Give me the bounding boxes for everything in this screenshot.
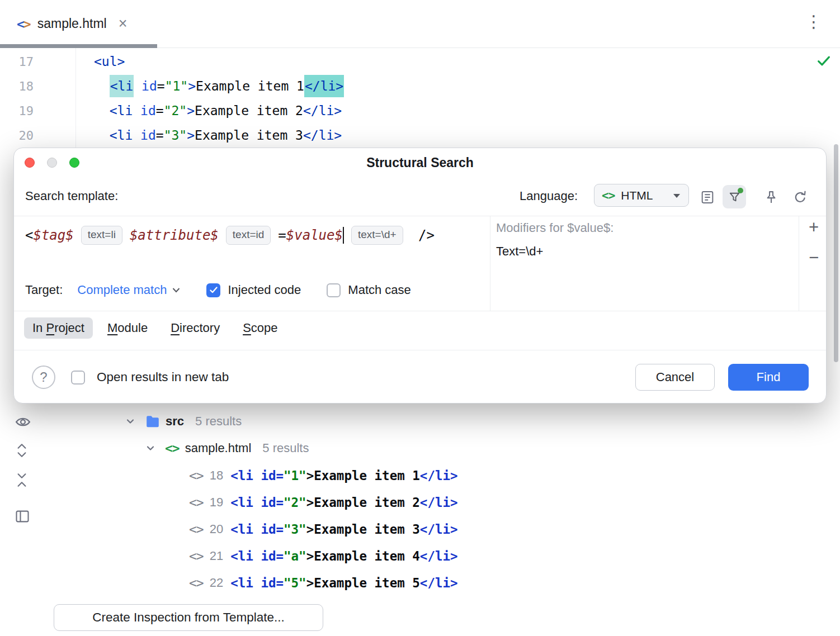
check-icon: [209, 286, 218, 294]
editor-options-menu-icon[interactable]: ⋮: [801, 11, 827, 32]
filter-button[interactable]: [723, 185, 746, 208]
scope-tab-module[interactable]: Module: [99, 317, 156, 339]
scope-tab-scope[interactable]: Scope: [234, 317, 286, 339]
result-code: <li id="5">Example item 5</li>: [230, 576, 457, 590]
result-line-number: 19: [210, 495, 223, 510]
result-item[interactable]: <> 22 <li id="5">Example item 5</li>: [0, 569, 817, 596]
language-value: HTML: [621, 189, 653, 202]
result-code: <li id="1">Example item 1</li>: [230, 468, 457, 483]
code-line: 17 <ul>: [0, 49, 840, 74]
scope-tab-in-project[interactable]: In Project: [24, 317, 93, 339]
line-number: 20: [0, 129, 34, 143]
code-snippet-icon: <>: [189, 549, 204, 563]
code-text: <li id="1">Example item 1</li>: [94, 79, 344, 93]
divider: [799, 216, 799, 311]
scope-tab-label-part: cope: [251, 321, 278, 335]
cancel-button[interactable]: Cancel: [635, 364, 715, 391]
target-dropdown[interactable]: Complete match: [77, 283, 181, 297]
target-value: Complete match: [77, 283, 167, 297]
scope-tab-directory[interactable]: Directory: [162, 317, 228, 339]
chevron-down-icon[interactable]: [125, 416, 136, 427]
scope-tab-mnemonic: P: [46, 321, 54, 335]
create-inspection-button[interactable]: Create Inspection from Template...: [54, 604, 323, 631]
code-text: <ul>: [94, 54, 125, 69]
line-number: 17: [0, 55, 34, 69]
inspections-ok-icon[interactable]: [815, 53, 832, 69]
result-code: <li id="3">Example item 3</li>: [230, 522, 457, 537]
add-modifier-button[interactable]: +: [803, 216, 825, 239]
html-file-icon: <>: [165, 441, 180, 455]
html-language-icon: <>: [602, 189, 615, 202]
result-code: <li id="a">Example item 4</li>: [230, 549, 457, 563]
scope-tabs: In Project Module Directory Scope: [24, 316, 286, 340]
search-template-input[interactable]: <$tag$text=li$attribute$text=id=$value$t…: [25, 221, 435, 250]
editor-tab-bar: <> sample.html × ⋮: [0, 0, 840, 48]
code-line: 18 <li id="1">Example item 1</li>: [0, 74, 840, 98]
scope-tab-mnemonic: S: [243, 321, 251, 335]
tab-label: sample.html: [37, 16, 107, 31]
code-text: <li id="2">Example item 2</li>: [94, 103, 342, 118]
match-case-checkbox[interactable]: [327, 283, 341, 297]
result-code: <li id="2">Example item 2</li>: [230, 495, 457, 510]
result-folder-row[interactable]: src 5 results: [0, 408, 817, 435]
line-number: 19: [0, 104, 34, 118]
language-label: Language:: [520, 189, 578, 203]
file-name: sample.html: [185, 441, 252, 455]
target-label: Target:: [25, 283, 63, 297]
injected-code-label: Injected code: [228, 283, 301, 297]
help-icon[interactable]: ?: [32, 366, 55, 389]
code-snippet-icon: <>: [189, 495, 204, 510]
result-item[interactable]: <> 18 <li id="1">Example item 1</li>: [0, 462, 817, 489]
result-line-number: 18: [210, 468, 223, 483]
code-text: <li id="3">Example item 3</li>: [94, 128, 342, 143]
remove-modifier-button[interactable]: −: [803, 246, 825, 269]
active-tab-indicator: [0, 44, 157, 48]
structural-search-dialog: Structural Search Search template: Langu…: [13, 148, 827, 404]
open-results-new-tab-label: Open results in new tab: [97, 370, 229, 385]
chevron-down-icon: [172, 287, 181, 293]
existing-templates-icon[interactable]: [700, 189, 715, 205]
result-item[interactable]: <> 21 <li id="a">Example item 4</li>: [0, 543, 817, 569]
result-line-number: 20: [210, 522, 223, 537]
language-dropdown[interactable]: <> HTML: [594, 184, 689, 207]
modifier-value: Text=\d+: [496, 244, 543, 259]
dialog-title: Structural Search: [14, 155, 826, 170]
line-number: 18: [0, 79, 34, 93]
result-item[interactable]: <> 19 <li id="2">Example item 2</li>: [0, 489, 817, 516]
editor[interactable]: 17 <ul> 18 <li id="1">Example item 1</li…: [0, 48, 840, 148]
scope-tab-mnemonic: D: [171, 321, 180, 335]
result-line-number: 22: [210, 576, 223, 590]
code-snippet-icon: <>: [189, 522, 204, 537]
editor-scrollbar[interactable]: [834, 144, 838, 362]
html-file-icon: <>: [17, 17, 30, 31]
folder-name: src: [166, 414, 184, 429]
result-file-row[interactable]: <> sample.html 5 results: [0, 435, 817, 462]
divider: [14, 350, 826, 350]
code-line: 20 <li id="3">Example item 3</li>: [0, 123, 840, 148]
modifiers-title: Modifiers for $value$:: [496, 221, 614, 235]
scope-tab-mnemonic: M: [107, 321, 117, 335]
tab-close-icon[interactable]: ×: [119, 16, 128, 31]
scope-tab-label-part: odule: [117, 321, 148, 335]
open-results-new-tab-checkbox[interactable]: [71, 371, 85, 385]
reset-icon[interactable]: [792, 189, 808, 205]
file-result-count: 5 results: [262, 441, 309, 455]
find-button[interactable]: Find: [728, 364, 809, 391]
divider: [14, 216, 826, 216]
tab-sample-html[interactable]: <> sample.html ×: [0, 0, 139, 48]
target-row: Target: Complete match Injected code Mat…: [25, 278, 411, 302]
result-item[interactable]: <> 20 <li id="3">Example item 3</li>: [0, 516, 817, 543]
pin-icon[interactable]: [763, 189, 779, 205]
match-case-label: Match case: [348, 283, 411, 297]
folder-result-count: 5 results: [195, 414, 242, 429]
code-snippet-icon: <>: [189, 468, 204, 483]
scope-tab-label-part: In: [32, 321, 46, 335]
folder-icon: [145, 415, 161, 429]
chevron-down-icon[interactable]: [145, 443, 156, 454]
search-template-label: Search template:: [25, 189, 118, 203]
filter-active-dot: [738, 188, 743, 193]
injected-code-checkbox[interactable]: [206, 283, 220, 297]
ide-window: <> sample.html × ⋮ 17 <ul> 18 <li id="1"…: [0, 0, 840, 636]
divider: [490, 216, 490, 311]
result-line-number: 21: [210, 549, 223, 563]
